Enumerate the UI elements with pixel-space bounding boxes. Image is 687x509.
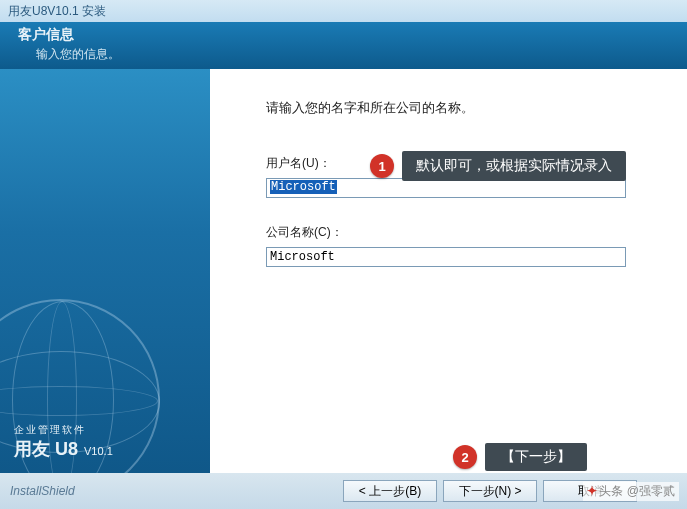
window-title: 用友U8V10.1 安装 (8, 4, 106, 18)
next-button[interactable]: 下一步(N) > (443, 480, 537, 502)
window-title-bar: 用友U8V10.1 安装 (0, 0, 687, 22)
brand-block: 企业管理软件 用友 U8 V10.1 (14, 423, 113, 461)
brand-tagline: 企业管理软件 (14, 423, 113, 437)
footer-brand: InstallShield (10, 484, 75, 498)
prompt-text: 请输入您的名字和所在公司的名称。 (266, 99, 647, 117)
header-title: 客户信息 (0, 26, 687, 44)
wizard-header: 客户信息 输入您的信息。 (0, 22, 687, 69)
wizard-body: 企业管理软件 用友 U8 V10.1 请输入您的名字和所在公司的名称。 用户名(… (0, 69, 687, 479)
sidebar-banner: 企业管理软件 用友 U8 V10.1 (0, 69, 210, 479)
brand-name: 用友 U8 V10.1 (14, 437, 113, 461)
username-input[interactable]: Microsoft (266, 178, 626, 198)
callout-2-text: 【下一步】 (485, 443, 587, 471)
header-subtitle: 输入您的信息。 (0, 46, 687, 63)
callout-2: 2 【下一步】 (453, 443, 587, 471)
company-label: 公司名称(C)： (266, 224, 647, 241)
callout-2-badge: 2 (453, 445, 477, 469)
back-button[interactable]: < 上一步(B) (343, 480, 437, 502)
username-group: 用户名(U)： Microsoft 1 默认即可，或根据实际情况录入 (266, 155, 647, 198)
watermark: ✦头条 @强零贰 (583, 482, 679, 501)
callout-1-badge: 1 (370, 154, 394, 178)
company-group: 公司名称(C)： (266, 224, 647, 267)
company-input[interactable] (266, 247, 626, 267)
main-panel: 请输入您的名字和所在公司的名称。 用户名(U)： Microsoft 1 默认即… (210, 69, 687, 479)
watermark-icon: ✦ (587, 484, 597, 498)
callout-1: 1 默认即可，或根据实际情况录入 (370, 151, 626, 181)
callout-1-text: 默认即可，或根据实际情况录入 (402, 151, 626, 181)
brand-version: V10.1 (84, 445, 113, 457)
